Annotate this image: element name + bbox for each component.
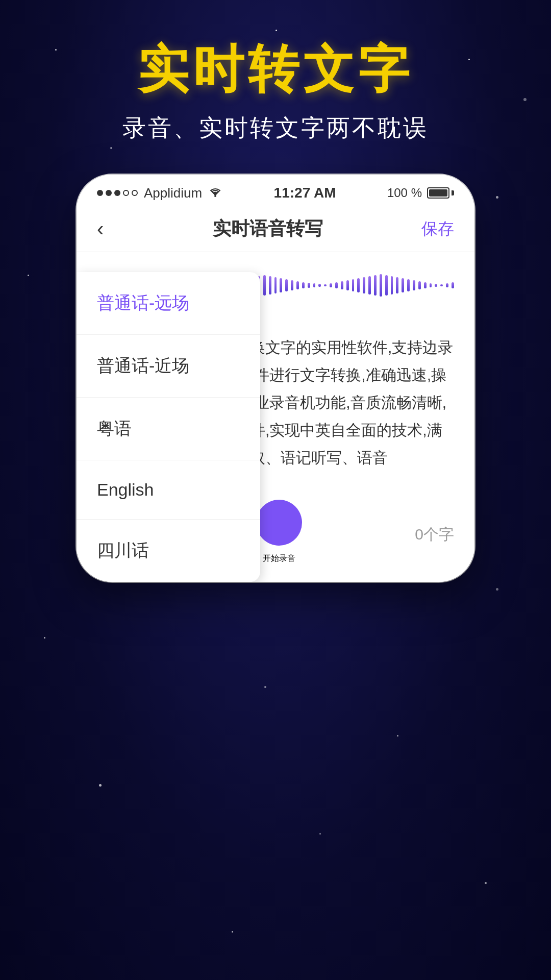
- wave-bar: [318, 284, 321, 287]
- nav-title: 实时语音转写: [114, 216, 421, 241]
- wave-bar: [435, 284, 437, 287]
- signal-dot-2: [106, 190, 112, 196]
- signal-dot-3: [114, 190, 120, 196]
- wifi-icon: [208, 186, 222, 200]
- record-button[interactable]: [256, 500, 302, 546]
- status-time: 11:27 AM: [274, 185, 336, 201]
- signal-dot-1: [97, 190, 103, 196]
- wave-bar: [385, 275, 388, 296]
- wave-bar: [308, 283, 310, 288]
- wave-bar: [280, 278, 282, 292]
- header-section: 实时转文字 录音、实时转文字两不耽误: [0, 0, 551, 144]
- carrier-name: Applidium: [144, 185, 202, 201]
- wave-bar: [407, 279, 410, 291]
- wave-bar: [396, 277, 398, 293]
- dropdown-menu: 普通话-远场普通话-近场粤语English四川话: [77, 272, 260, 582]
- wave-bar: [296, 281, 299, 289]
- dropdown-item-sichuan[interactable]: 四川话: [77, 520, 260, 582]
- wave-bar: [440, 284, 443, 286]
- wave-bar: [291, 280, 293, 290]
- status-left: Applidium: [97, 185, 222, 201]
- char-count: 0个字: [415, 524, 454, 545]
- signal-dot-4: [123, 190, 129, 196]
- status-right: 100 %: [387, 186, 454, 200]
- main-title: 实时转文字: [0, 41, 551, 97]
- dropdown-item-putonghua-far[interactable]: 普通话-远场: [77, 272, 260, 335]
- wave-bar: [274, 277, 277, 293]
- dropdown-item-cantonese[interactable]: 粤语: [77, 398, 260, 460]
- wave-bar: [446, 283, 448, 287]
- phone-container: Applidium 11:27 AM 100 %: [0, 175, 551, 582]
- wave-bar: [391, 276, 393, 295]
- record-label: 开始录音: [263, 553, 295, 564]
- wave-bar: [380, 274, 382, 297]
- save-button[interactable]: 保存: [421, 218, 454, 240]
- back-button[interactable]: ‹: [97, 217, 114, 240]
- wave-bar: [452, 282, 454, 288]
- svg-point-0: [214, 195, 216, 197]
- battery-icon: [427, 187, 454, 199]
- signal-dots: [97, 190, 138, 196]
- wave-bar: [424, 282, 427, 288]
- subtitle: 录音、实时转文字两不耽误: [0, 112, 551, 144]
- wave-bar: [263, 275, 266, 296]
- wave-bar: [330, 283, 332, 287]
- dropdown-item-putonghua-near[interactable]: 普通话-近场: [77, 335, 260, 398]
- wave-bar: [341, 281, 343, 289]
- wave-bar: [374, 275, 377, 296]
- wave-bar: [269, 276, 271, 295]
- wave-bar: [302, 282, 305, 288]
- record-btn-container: 开始录音: [256, 500, 302, 569]
- wave-bar: [418, 281, 421, 289]
- signal-dot-5: [132, 190, 138, 196]
- wave-bar: [324, 284, 327, 286]
- wave-bar: [335, 282, 338, 288]
- wave-bar: [313, 283, 316, 287]
- battery-percent: 100 %: [387, 186, 422, 200]
- wave-bar: [413, 280, 415, 290]
- wave-bar: [346, 280, 349, 290]
- wave-bar: [363, 277, 365, 293]
- wave-bar: [430, 283, 432, 287]
- wave-bar: [352, 279, 355, 291]
- wave-bar: [368, 276, 371, 295]
- status-bar: Applidium 11:27 AM 100 %: [77, 175, 474, 206]
- nav-bar: ‹ 实时语音转写 保存: [77, 206, 474, 252]
- wave-bar: [357, 278, 360, 292]
- wave-bar: [285, 279, 288, 291]
- wave-bar: [402, 278, 404, 292]
- dropdown-item-english[interactable]: English: [77, 460, 260, 520]
- phone-mockup: Applidium 11:27 AM 100 %: [77, 175, 474, 582]
